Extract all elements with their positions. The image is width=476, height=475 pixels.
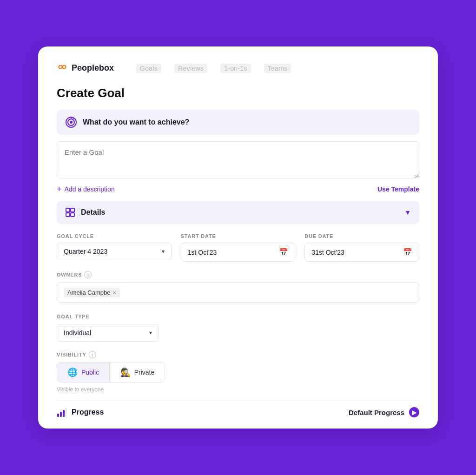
svg-rect-12 — [60, 412, 62, 417]
nav-links: Goals Reviews 1-on-1s Teams — [136, 64, 291, 73]
goal-cycle-label: GOAL CYCLE — [57, 233, 172, 239]
goal-type-chevron-icon: ▾ — [149, 330, 152, 336]
owner-remove-icon[interactable]: × — [113, 289, 117, 296]
add-description-button[interactable]: + Add a description — [57, 185, 115, 193]
goal-prompt-banner: What do you want to achieve? — [57, 110, 419, 135]
svg-rect-14 — [66, 408, 66, 417]
logo-text: Peoplebox — [72, 63, 114, 73]
nav-one-on-ones[interactable]: 1-on-1s — [220, 64, 251, 73]
start-date-value: 1st Oct'23 — [188, 249, 217, 256]
goal-prompt-text: What do you want to achieve? — [83, 118, 189, 126]
goal-cycle-group: GOAL CYCLE Quarter 4 2023 ▾ — [57, 233, 172, 260]
svg-point-5 — [70, 121, 73, 124]
owner-name: Amelia Campbe — [67, 289, 111, 296]
visibility-hint: Visible to everyone — [57, 386, 419, 393]
svg-rect-13 — [63, 410, 65, 417]
add-description-label: Add a description — [65, 185, 115, 193]
start-date-calendar-icon: 📅 — [279, 248, 288, 257]
nav-goals[interactable]: Goals — [136, 64, 161, 73]
start-date-group: START DATE 1st Oct'23 📅 — [181, 233, 296, 262]
goal-cycle-chevron-icon: ▾ — [162, 248, 165, 255]
due-date-input[interactable]: 31st Oct'23 📅 — [304, 243, 419, 262]
due-date-label: DUE DATE — [304, 233, 419, 239]
svg-point-1 — [63, 66, 66, 69]
details-chevron-icon: ▼ — [404, 209, 411, 216]
visibility-private-label: Private — [134, 369, 155, 376]
visibility-options: 🌐 Public 🕵 Private — [57, 362, 165, 383]
goal-prompt-icon — [65, 116, 77, 128]
goal-cycle-select[interactable]: Quarter 4 2023 ▾ — [57, 243, 172, 260]
goal-type-label: GOAL TYPE — [57, 314, 90, 319]
svg-point-0 — [59, 66, 62, 69]
start-date-label: START DATE — [181, 233, 296, 239]
visibility-public-label: Public — [81, 369, 99, 376]
nav-reviews[interactable]: Reviews — [174, 64, 207, 73]
use-template-button[interactable]: Use Template — [377, 185, 419, 193]
svg-rect-10 — [71, 213, 74, 217]
visibility-row: VISIBILITY i 🌐 Public 🕵 Private — [57, 351, 419, 383]
goal-type-value: Individual — [64, 329, 91, 336]
svg-rect-9 — [66, 213, 70, 217]
details-section[interactable]: Details ▼ — [57, 201, 419, 224]
goal-type-row: GOAL TYPE Individual ▾ — [57, 312, 419, 342]
owner-tag: Amelia Campbe × — [64, 288, 120, 297]
goal-type-select[interactable]: Individual ▾ — [57, 324, 159, 342]
progress-value: Default Progress — [349, 409, 404, 416]
svg-rect-8 — [71, 208, 74, 212]
visibility-info-icon: i — [89, 351, 96, 358]
action-row: + Add a description Use Template — [57, 185, 419, 193]
progress-label: Progress — [72, 408, 104, 416]
goal-cycle-value: Quarter 4 2023 — [64, 248, 107, 255]
details-icon — [65, 207, 75, 218]
top-bar: Peoplebox Goals Reviews 1-on-1s Teams — [57, 61, 419, 75]
visibility-public-button[interactable]: 🌐 Public — [57, 363, 109, 382]
due-date-value: 31st Oct'23 — [311, 249, 344, 256]
nav-teams[interactable]: Teams — [264, 64, 291, 73]
progress-right: Default Progress ▶ — [349, 407, 419, 417]
plus-icon: + — [57, 185, 62, 193]
progress-arrow-icon[interactable]: ▶ — [409, 407, 419, 417]
progress-left: Progress — [57, 407, 104, 417]
create-goal-modal: Peoplebox Goals Reviews 1-on-1s Teams Cr… — [38, 46, 438, 429]
progress-row: Progress Default Progress ▶ — [57, 400, 419, 417]
owners-info-icon: i — [84, 271, 92, 278]
details-left: Details — [65, 207, 105, 218]
public-globe-icon: 🌐 — [67, 367, 78, 377]
svg-rect-7 — [66, 208, 70, 212]
details-label: Details — [81, 208, 105, 217]
visibility-private-button[interactable]: 🕵 Private — [110, 363, 165, 382]
start-date-input[interactable]: 1st Oct'23 📅 — [181, 243, 296, 262]
private-spy-icon: 🕵 — [120, 367, 131, 377]
logo: Peoplebox — [57, 61, 114, 75]
goal-input[interactable] — [57, 141, 419, 178]
logo-icon — [57, 61, 68, 75]
progress-bar-icon — [57, 407, 67, 417]
due-date-group: DUE DATE 31st Oct'23 📅 — [304, 233, 419, 262]
svg-rect-11 — [57, 414, 59, 417]
visibility-label: VISIBILITY — [57, 352, 86, 357]
goal-cycle-dates-row: GOAL CYCLE Quarter 4 2023 ▾ START DATE 1… — [57, 233, 419, 262]
due-date-calendar-icon: 📅 — [403, 248, 412, 257]
page-title: Create Goal — [57, 86, 419, 100]
owners-label: OWNERS — [57, 272, 82, 277]
owners-input[interactable]: Amelia Campbe × — [57, 282, 419, 303]
owners-row: OWNERS i Amelia Campbe × — [57, 271, 419, 303]
